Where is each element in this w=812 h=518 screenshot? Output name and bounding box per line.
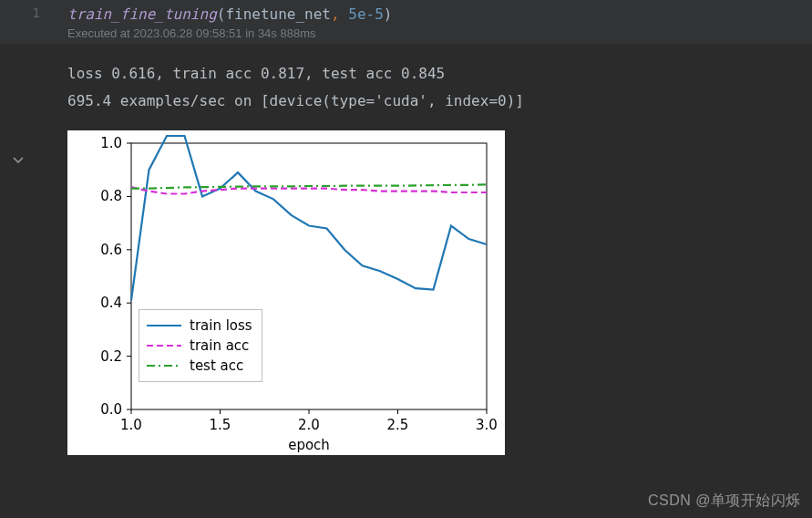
legend-label-train-loss: train loss <box>190 317 252 334</box>
svg-text:2.0: 2.0 <box>298 417 320 433</box>
svg-text:1.0: 1.0 <box>120 417 142 433</box>
code-area[interactable]: train_fine_tuning(finetune_net, 5e-5) Ex… <box>57 0 812 44</box>
legend-swatch-train-acc <box>147 339 181 352</box>
code-cell: 1 train_fine_tuning(finetune_net, 5e-5) … <box>0 0 812 44</box>
comma: , <box>331 5 340 23</box>
svg-text:0.8: 0.8 <box>100 188 122 204</box>
legend-row-train-loss: train loss <box>147 316 252 336</box>
legend-row-test-acc: test acc <box>147 356 252 376</box>
collapse-chevron-icon[interactable] <box>13 155 24 169</box>
legend-swatch-train-loss <box>147 319 181 332</box>
arg-number: 5e-5 <box>348 5 384 23</box>
svg-text:0.4: 0.4 <box>100 295 122 311</box>
legend-row-train-acc: train acc <box>147 336 252 356</box>
function-name: train_fine_tuning <box>67 5 217 23</box>
legend-label-test-acc: test acc <box>190 357 243 374</box>
line-number: 1 <box>33 5 40 20</box>
gutter: 1 <box>0 0 57 44</box>
output-line-1: loss 0.616, train acc 0.817, test acc 0.… <box>67 65 445 82</box>
chart-svg: 0.00.20.40.60.81.01.01.52.02.53.0epoch <box>67 130 505 455</box>
code-line[interactable]: train_fine_tuning(finetune_net, 5e-5) <box>67 5 812 23</box>
paren-close: ) <box>384 5 393 23</box>
legend-label-train-acc: train acc <box>190 337 249 354</box>
space <box>340 5 349 23</box>
svg-text:0.2: 0.2 <box>100 347 122 364</box>
output-line-2: 695.4 examples/sec on [device(type='cuda… <box>67 92 524 109</box>
arg-identifier: finetune_net <box>225 5 331 23</box>
svg-text:2.5: 2.5 <box>387 417 409 433</box>
chart-legend: train loss train acc test acc <box>139 309 262 382</box>
chart: 0.00.20.40.60.81.01.01.52.02.53.0epoch t… <box>67 130 505 455</box>
svg-text:1.0: 1.0 <box>100 135 122 151</box>
svg-text:0.6: 0.6 <box>100 242 122 258</box>
watermark: CSDN @单项开始闪烁 <box>648 492 801 511</box>
svg-text:3.0: 3.0 <box>476 417 498 433</box>
legend-swatch-test-acc <box>147 359 181 372</box>
svg-text:0.0: 0.0 <box>100 401 122 418</box>
execution-metadata: Executed at 2023.06.28 09:58:51 in 34s 8… <box>67 26 812 40</box>
output-text: loss 0.616, train acc 0.817, test acc 0.… <box>0 44 812 125</box>
svg-text:epoch: epoch <box>288 437 330 453</box>
svg-text:1.5: 1.5 <box>210 417 231 433</box>
paren-open: ( <box>217 5 226 23</box>
